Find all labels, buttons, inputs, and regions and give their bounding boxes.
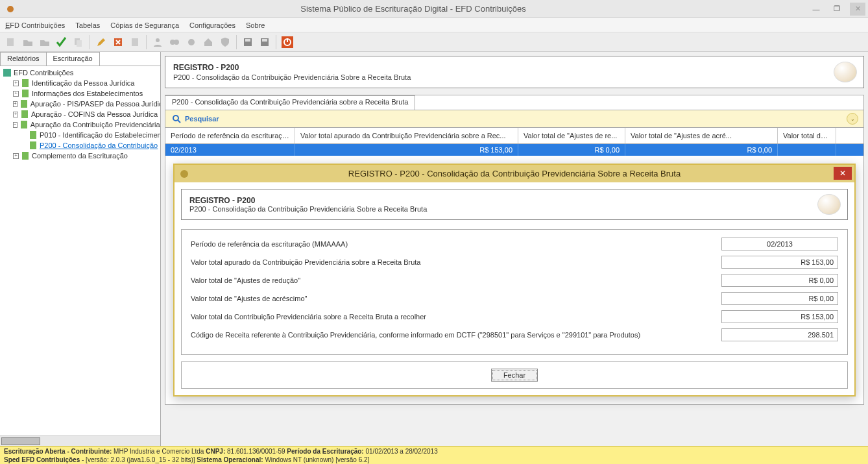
tb-copy-icon[interactable]	[71, 35, 86, 49]
cell: R$ 153,00	[295, 144, 518, 156]
menu-sobre[interactable]: Sobre	[246, 21, 265, 29]
toolbar	[0, 32, 868, 52]
svg-point-28	[180, 170, 188, 178]
cell: 02/2013	[165, 144, 295, 156]
form-value: 298.501	[721, 328, 838, 341]
tb-save2-icon[interactable]	[258, 35, 272, 49]
tab-escrituracao[interactable]: Escrituração	[46, 52, 100, 66]
svg-point-0	[7, 6, 14, 12]
tb-shield-icon[interactable]	[218, 35, 232, 49]
expand-icon[interactable]: +	[13, 80, 19, 86]
status-label: Sped EFD Contribuições	[4, 456, 80, 463]
svg-rect-22	[21, 121, 27, 128]
registro-subtitle: P200 - Consolidação da Contribuição Prev…	[173, 73, 856, 81]
status-value: - [versão: 2.0.3 (java1.6.0_15 - 32 bits…	[82, 456, 195, 463]
status-label: Sistema Operacional:	[197, 456, 263, 463]
titlebar: Sistema Público de Escrituração Digital …	[0, 0, 868, 18]
tree-child[interactable]: P010 - Identificação do Estabelecimento	[1, 130, 159, 140]
tree-item[interactable]: +Apuração - PIS/PASEP da Pessoa Jurídica	[1, 99, 159, 109]
tb-doc-icon[interactable]	[128, 35, 142, 49]
col-header[interactable]: Valor total apurado da Contribuição Prev…	[295, 128, 518, 143]
dialog: REGISTRO - P200 - Consolidação da Contri…	[173, 164, 856, 397]
tb-separator	[146, 35, 147, 49]
badge-icon	[817, 194, 841, 215]
col-header[interactable]: Valor total da C...	[778, 128, 836, 143]
menu-efd[interactable]: EFD Contribuições	[5, 21, 65, 29]
status-label: CNPJ:	[206, 448, 225, 455]
doc-icon	[21, 79, 30, 88]
status-value: MHP Industria e Comercio Ltda	[114, 448, 204, 455]
dialog-close-button[interactable]: ✕	[834, 167, 852, 180]
tb-user-icon[interactable]	[151, 35, 165, 49]
expand-icon[interactable]: +	[13, 91, 19, 97]
app-icon	[3, 5, 18, 13]
badge-icon	[834, 62, 857, 82]
doc-icon	[29, 141, 38, 150]
expand-icon[interactable]: +	[13, 101, 18, 107]
section-tab[interactable]: P200 - Consolidação da Contribuição Prev…	[165, 95, 415, 110]
tb-new-icon[interactable]	[4, 35, 18, 49]
svg-rect-21	[21, 110, 28, 118]
tb-open-icon[interactable]	[21, 35, 35, 49]
svg-rect-19	[22, 90, 29, 97]
maximize-button[interactable]: ❐	[829, 3, 845, 16]
menu-config[interactable]: Configurações	[189, 21, 235, 29]
tree-root[interactable]: EFD Contribuições	[1, 67, 159, 78]
button-area: Fechar	[181, 361, 848, 389]
col-header[interactable]: Período de referência da escrituração (M…	[165, 128, 295, 143]
tb-separator	[90, 35, 90, 49]
tab-relatorios[interactable]: Relatórios	[0, 52, 47, 66]
tb-save1-icon[interactable]	[241, 35, 255, 49]
horizontal-scrollbar[interactable]	[0, 435, 160, 446]
statusbar: Escrituração Aberta - Contribuinte: MHP …	[0, 446, 868, 464]
table-row[interactable]: 02/2013 R$ 153,00 R$ 0,00 R$ 0,00	[165, 144, 863, 156]
tree: EFD Contribuições +Identificação da Pess…	[0, 66, 160, 435]
form-label: Código de Receita referente à Contribuiç…	[191, 331, 640, 339]
menu-tabelas[interactable]: Tabelas	[75, 21, 100, 29]
expand-icon[interactable]: +	[13, 112, 18, 117]
tree-child-selected[interactable]: P200 - Consolidação da Contribuição	[1, 140, 159, 151]
svg-point-26	[173, 116, 178, 121]
tree-item[interactable]: +Informações dos Estabelecimentos	[1, 88, 159, 99]
svg-rect-17	[3, 69, 11, 77]
dialog-title: REGISTRO - P200 - Consolidação da Contri…	[348, 169, 681, 178]
col-header[interactable]: Valor total de "Ajustes de acré...	[625, 128, 778, 143]
search-label: Pesquisar	[185, 115, 219, 123]
collapse-icon[interactable]: −	[13, 122, 18, 128]
tb-home-icon[interactable]	[201, 35, 215, 49]
tb-check-icon[interactable]	[54, 35, 69, 49]
cell	[778, 144, 836, 156]
tb-binoc-icon[interactable]	[167, 35, 182, 49]
tb-edit-icon[interactable]	[94, 35, 108, 49]
tree-item[interactable]: +Complemento da Escrituração	[1, 151, 159, 161]
tb-folder-icon[interactable]	[38, 35, 52, 49]
tree-item[interactable]: +Identificação da Pessoa Jurídica	[1, 78, 159, 88]
svg-rect-23	[30, 131, 36, 139]
tree-item[interactable]: +Apuração - COFINS da Pessoa Jurídica	[1, 109, 159, 119]
left-panel: Relatórios Escrituração EFD Contribuiçõe…	[0, 52, 161, 446]
form-label: Valor total de "Ajustes de redução"	[191, 276, 300, 284]
tb-power-icon[interactable]	[280, 35, 295, 49]
registro-title: REGISTRO - P200	[173, 63, 856, 72]
col-header[interactable]: Valor total de "Ajustes de re...	[518, 128, 625, 143]
tb-gear-icon[interactable]	[184, 35, 199, 49]
form-label: Valor total da Contribuição Previdenciár…	[191, 313, 426, 321]
magnifier-icon	[172, 114, 181, 123]
search-bar[interactable]: Pesquisar ⌄	[165, 110, 863, 128]
form-row: Valor total de "Ajustes de acréscimo"R$ …	[191, 292, 838, 305]
tree-root-label: EFD Contribuições	[14, 69, 73, 77]
close-window-button[interactable]: ✕	[850, 3, 865, 16]
doc-icon	[20, 110, 29, 119]
svg-rect-18	[22, 79, 29, 87]
chevron-down-icon[interactable]: ⌄	[847, 113, 858, 125]
svg-rect-13	[262, 39, 267, 42]
close-button[interactable]: Fechar	[491, 369, 538, 382]
tb-delete-icon[interactable]	[111, 35, 125, 49]
form-label: Valor total de "Ajustes de acréscimo"	[191, 295, 307, 302]
expand-icon[interactable]: +	[13, 153, 19, 159]
minimize-button[interactable]: —	[808, 3, 824, 16]
form-label: Período de referência da escrituração (M…	[191, 240, 348, 248]
form-label: Valor total apurado da Contribuição Prev…	[191, 258, 420, 266]
menu-copias[interactable]: Cópias de Segurança	[110, 21, 179, 29]
tree-item[interactable]: −Apuração da Contribuição Previdenciária	[1, 119, 159, 130]
